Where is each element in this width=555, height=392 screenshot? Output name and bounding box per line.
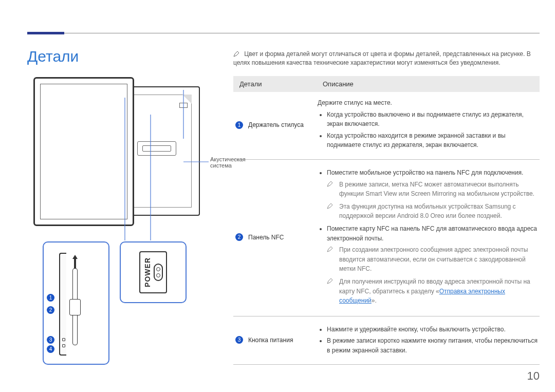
row-number-badge: 1 [235, 121, 243, 129]
intro-note-text: Цвет и форма деталей могут отличаться от… [233, 50, 531, 66]
table-header-parts: Детали [233, 76, 318, 92]
intro-note: Цвет и форма деталей могут отличаться от… [233, 50, 540, 68]
parts-table: Детали Описание 1 Держатель стилуса Держ… [233, 76, 540, 365]
top-rule [27, 33, 540, 33]
stylus-drawing [68, 253, 82, 356]
list-item: Когда устройство находится в режиме экра… [327, 131, 540, 150]
sub-note: Для получения инструкций по вводу адреса… [318, 277, 540, 306]
power-socket-icon [154, 264, 163, 281]
row-number-badge: 3 [235, 336, 243, 344]
detail-inset-power: POWER [120, 241, 187, 303]
device-front-view [33, 77, 134, 226]
table-row: 2 Панель NFC Поместите мобильное устройс… [233, 160, 540, 316]
note-icon [327, 202, 333, 209]
part-name: Панель NFC [248, 234, 284, 241]
sub-note: Эта функция доступна на мобильных устрой… [318, 202, 540, 221]
top-rule-accent [27, 32, 64, 34]
row-number-badge: 2 [235, 233, 243, 241]
note-icon [327, 277, 333, 284]
note-icon [233, 51, 239, 57]
sub-note: При создании электронного сообщения адре… [318, 245, 540, 274]
sub-note: В режиме записи, метка NFC может автомат… [318, 180, 540, 199]
table-header-desc: Описание [318, 76, 540, 92]
tag-icon [179, 103, 188, 108]
list-item: Поместите мобильное устройство на панель… [327, 168, 540, 178]
callout-badge: 1 [47, 294, 54, 302]
callout-badge: 3 [47, 336, 54, 344]
power-connector: POWER [139, 251, 167, 293]
row-lead-text: Держите стилус на месте. [318, 98, 540, 108]
list-item: Когда устройство выключено и вы поднимае… [327, 110, 540, 129]
speaker-label: Акустическая система [210, 156, 251, 169]
callout-badge: 4 [47, 345, 54, 353]
list-item: В режиме записи коротко нажмите кнопку п… [327, 336, 540, 355]
manual-page: Детали Цвет и форма деталей могут отлича… [0, 0, 555, 392]
note-icon [327, 246, 333, 252]
part-name: Держатель стилуса [248, 121, 304, 128]
list-item: Нажмите и удерживайте кнопку, чтобы выкл… [327, 325, 540, 334]
note-icon [327, 180, 333, 186]
callout-badge: 2 [47, 306, 54, 314]
table-row: 1 Держатель стилуса Держите стилус на ме… [233, 92, 540, 160]
page-number: 10 [527, 369, 540, 383]
detail-inset-stylus: 1 2 3 4 [43, 241, 109, 365]
list-item: Поместите карту NFC на панель NFC для ав… [327, 224, 540, 243]
disk-slot [137, 141, 176, 156]
power-label: POWER [143, 257, 152, 287]
table-row: 3 Кнопка питания Нажмите и удерживайте к… [233, 316, 540, 365]
part-name: Кнопка питания [248, 337, 293, 344]
product-diagram: Акустическая система 1 2 3 4 POWER [27, 72, 223, 370]
page-title: Детали [27, 48, 79, 65]
table-header-row: Детали Описание [233, 76, 540, 92]
